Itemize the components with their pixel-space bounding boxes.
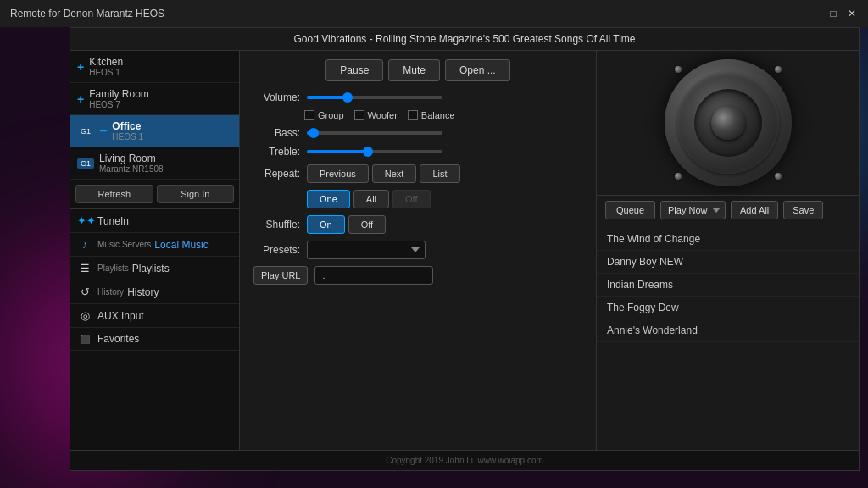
woofer-checkbox-item[interactable]: Woofer [354,110,398,120]
repeat-row: Repeat: Previous Next List [253,164,582,183]
family-room-name: Family Room [89,88,149,100]
speaker-dome [711,106,745,140]
office-info: Office HEOS 1 [112,120,143,141]
shuffle-off-button[interactable]: Off [348,215,386,234]
bass-row: Bass: [253,127,582,139]
top-buttons: Pause Mute Open ... [253,59,582,81]
sidebar-item-tunein[interactable]: ✦✦ TuneIn [70,209,239,233]
repeat-off-button[interactable]: Off [392,190,430,208]
bass-label: Bass: [253,127,300,139]
add-all-button[interactable]: Add All [731,201,778,219]
bass-thumb[interactable] [309,128,319,138]
favorites-label: Favorites [97,333,139,345]
maximize-button[interactable]: □ [827,8,839,19]
sidebar-item-favorites[interactable]: ⬛ Favorites [70,328,239,351]
sidebar-item-kitchen[interactable]: + Kitchen HEOS 1 [70,51,239,83]
sidebar-item-aux[interactable]: ◎ AUX Input [70,304,239,328]
volume-label: Volume: [253,92,300,103]
next-button[interactable]: Next [372,164,417,183]
playlists-label: Playlists [132,263,170,274]
speaker-graphic [665,59,792,186]
play-url-row: Play URL . [253,266,582,285]
treble-slider[interactable] [307,150,442,153]
close-button[interactable]: ✕ [846,8,858,19]
history-icon: ↺ [77,286,92,298]
group-checkbox-item[interactable]: Group [304,110,344,120]
sidebar-item-family-room[interactable]: + Family Room HEOS 7 [70,83,239,115]
bass-slider[interactable] [307,131,442,135]
sidebar-item-history[interactable]: ↺ History History [70,280,239,304]
volume-slider[interactable] [307,96,442,99]
mute-button[interactable]: Mute [388,59,440,81]
play-now-select[interactable]: Play Now [660,201,726,219]
minimize-button[interactable]: — [809,8,821,19]
queue-button[interactable]: Queue [605,201,655,219]
presets-select[interactable] [307,241,426,259]
living-room-name: Living Room [99,152,164,164]
local-music-label: Local Music [154,239,208,251]
treble-row: Treble: [253,146,582,158]
all-button[interactable]: All [353,190,389,208]
balance-checkbox-item[interactable]: Balance [408,110,455,120]
group-label: Group [318,110,344,120]
sidebar-item-local-music[interactable]: ♪ Music Servers Local Music [70,233,239,257]
music-servers-label: Music Servers [97,240,151,249]
sidebar-actions: Refresh Sign In [70,180,239,209]
aux-label: AUX Input [97,310,144,322]
group-checkbox[interactable] [304,110,314,120]
current-song-title: Good Vibrations - Rolling Stone Magazine… [294,33,636,45]
favorites-icon: ⬛ [77,335,92,344]
woofer-label: Woofer [368,110,398,120]
song-item-2[interactable]: Danny Boy NEW [597,251,859,274]
playlists-icon: ☰ [77,262,92,274]
volume-row: Volume: [253,92,582,103]
song-item-3[interactable]: Indian Dreams [597,274,859,297]
history-category-label: History [97,287,124,297]
screw-br [775,173,782,180]
sidebar-item-office[interactable]: G1 − Office HEOS 1 [70,115,239,147]
volume-thumb[interactable] [342,92,353,103]
sign-in-button[interactable]: Sign In [157,185,235,203]
speaker-area [597,51,859,195]
volume-fill [307,96,348,99]
shuffle-label: Shuffle: [253,219,300,230]
screw-tl [675,66,682,73]
song-item-1[interactable]: The Wind of Change [597,228,859,251]
play-url-input[interactable]: . [314,266,433,285]
shuffle-on-button[interactable]: On [307,215,345,234]
previous-button[interactable]: Previous [307,164,369,183]
speaker-ring2 [694,89,762,157]
refresh-button[interactable]: Refresh [75,185,153,203]
treble-label: Treble: [253,146,300,158]
pause-button[interactable]: Pause [326,59,383,81]
presets-label: Presets: [253,244,300,256]
speaker-outer [665,59,792,186]
footer: Copyright 2019 John Li. www.woiapp.com [70,450,859,470]
sidebar-item-playlists[interactable]: ☰ Playlists Playlists [70,257,239,280]
family-room-info: Family Room HEOS 7 [89,88,149,109]
speaker-ring1 [677,72,779,174]
balance-checkbox[interactable] [408,110,418,120]
open-button[interactable]: Open ... [445,59,510,81]
one-button[interactable]: One [307,190,350,208]
remove-office-button[interactable]: − [99,124,107,139]
app-title: Remote for Denon Marantz HEOS [10,8,809,19]
treble-thumb[interactable] [363,147,373,157]
song-item-5[interactable]: Annie's Wonderland [597,319,859,342]
song-item-4[interactable]: The Foggy Dew [597,297,859,319]
shuffle-buttons: On Off [307,215,386,234]
kitchen-name: Kitchen [89,56,123,68]
save-button[interactable]: Save [783,201,823,219]
add-family-room-button[interactable]: + [77,92,84,106]
tunein-label: TuneIn [97,215,129,227]
repeat-mode-buttons: One All Off [307,190,431,208]
woofer-checkbox[interactable] [354,110,364,120]
list-button[interactable]: List [420,164,459,183]
living-room-sub: Marantz NR1508 [99,164,164,174]
play-url-button[interactable]: Play URL [253,266,308,285]
add-kitchen-button[interactable]: + [77,60,84,74]
sidebar-item-living-room[interactable]: G1 Living Room Marantz NR1508 [70,147,239,180]
song-list: The Wind of Change Danny Boy NEW Indian … [597,225,859,450]
balance-label: Balance [421,110,455,120]
shuffle-row: Shuffle: On Off [253,215,582,234]
